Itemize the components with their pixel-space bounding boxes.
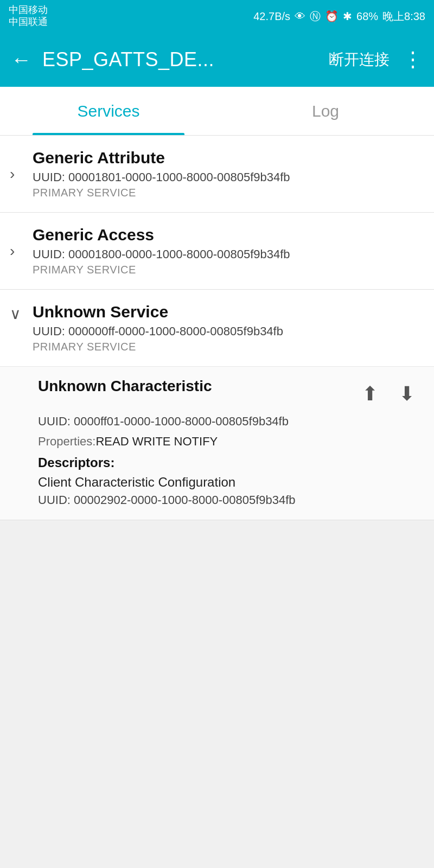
characteristic-name: Unknown Characteristic — [38, 378, 212, 395]
chevron-right-icon: › — [10, 165, 15, 183]
more-button[interactable]: ⋮ — [403, 48, 423, 72]
disconnect-button[interactable]: 断开连接 — [329, 49, 390, 70]
properties-value: READ WRITE NOTIFY — [95, 435, 218, 448]
characteristic-actions: ⬆ ⬇ — [356, 380, 421, 408]
descriptor-uuid: UUID: 00002902-0000-1000-8000-00805f9b34… — [38, 492, 421, 509]
speed-label: 42.7B/s — [253, 10, 290, 23]
download-button[interactable]: ⬇ — [393, 380, 421, 408]
time-label: 晚上8:38 — [382, 9, 425, 24]
alarm-icon: ⏰ — [325, 10, 339, 23]
app-bar: ← ESP_GATTS_DE... 断开连接 ⋮ — [0, 33, 434, 87]
tab-log[interactable]: Log — [217, 87, 434, 135]
service-name-generic-access: Generic Access — [33, 226, 423, 244]
descriptor-name: Client Characteristic Configuration — [38, 475, 421, 490]
service-header-unknown[interactable]: ∨ Unknown Service UUID: 000000ff-0000-10… — [0, 290, 434, 366]
status-bar: 中国移动 中国联通 42.7B/s 👁 Ⓝ ⏰ ✱ 68% 晚上8:38 — [0, 0, 434, 33]
characteristic-properties: Properties:READ WRITE NOTIFY — [38, 435, 421, 449]
chevron-down-icon: ∨ — [10, 305, 21, 323]
characteristic-unknown: Unknown Characteristic ⬆ ⬇ UUID: 0000ff0… — [0, 366, 434, 520]
characteristic-header: Unknown Characteristic ⬆ ⬇ — [38, 378, 421, 408]
service-uuid-generic-access: UUID: 00001800-0000-1000-8000-00805f9b34… — [33, 247, 423, 261]
tab-services[interactable]: Services — [0, 87, 217, 135]
service-type-generic-access: PRIMARY SERVICE — [33, 264, 423, 276]
service-item-unknown: ∨ Unknown Service UUID: 000000ff-0000-10… — [0, 290, 434, 520]
upload-icon: ⬆ — [362, 382, 378, 405]
characteristic-uuid: UUID: 0000ff01-0000-1000-8000-00805f9b34… — [38, 413, 421, 430]
upload-button[interactable]: ⬆ — [356, 380, 384, 408]
download-icon: ⬇ — [399, 382, 415, 405]
service-item-generic-access[interactable]: › Generic Access UUID: 00001800-0000-100… — [0, 213, 434, 290]
carrier2-label: 中国联通 — [9, 16, 48, 28]
service-name-generic-attribute: Generic Attribute — [33, 149, 423, 167]
eye-icon: 👁 — [295, 10, 305, 23]
nfc-icon: Ⓝ — [310, 9, 321, 24]
battery-label: 68% — [356, 10, 378, 23]
service-type-generic-attribute: PRIMARY SERVICE — [33, 187, 423, 199]
services-content: › Generic Attribute UUID: 00001801-0000-… — [0, 136, 434, 520]
service-uuid-unknown: UUID: 000000ff-0000-1000-8000-00805f9b34… — [33, 324, 423, 339]
status-icons: 42.7B/s 👁 Ⓝ ⏰ ✱ 68% 晚上8:38 — [253, 9, 425, 24]
tab-log-label: Log — [312, 102, 339, 120]
app-title: ESP_GATTS_DE... — [42, 48, 329, 71]
properties-label: Properties: — [38, 435, 95, 448]
service-item-generic-attribute[interactable]: › Generic Attribute UUID: 00001801-0000-… — [0, 136, 434, 213]
service-uuid-generic-attribute: UUID: 00001801-0000-1000-8000-00805f9b34… — [33, 170, 423, 184]
back-button[interactable]: ← — [11, 48, 31, 72]
descriptors-label: Descriptors: — [38, 455, 421, 470]
tabs-bar: Services Log — [0, 87, 434, 136]
chevron-right-icon: › — [10, 242, 15, 260]
service-name-unknown: Unknown Service — [33, 303, 423, 321]
bottom-area — [0, 520, 434, 781]
carrier-info: 中国移动 中国联通 — [9, 4, 48, 28]
service-type-unknown: PRIMARY SERVICE — [33, 341, 423, 353]
carrier1-label: 中国移动 — [9, 4, 48, 16]
tab-services-label: Services — [77, 102, 139, 120]
bluetooth-icon: ✱ — [343, 10, 352, 23]
